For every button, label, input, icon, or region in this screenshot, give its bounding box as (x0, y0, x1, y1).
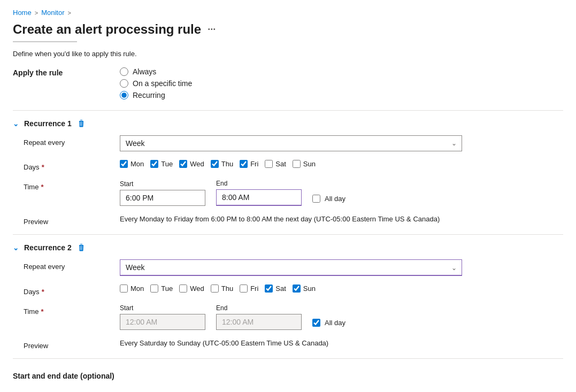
r1-start-input[interactable] (120, 190, 205, 206)
r2-end-field: End (216, 304, 302, 330)
r1-day-mon-label: Mon (130, 160, 144, 168)
r1-repeat-label: Repeat every (24, 135, 120, 147)
r2-day-mon-input[interactable] (120, 285, 128, 293)
r2-day-thu-input[interactable] (211, 285, 219, 293)
recurrence-2-delete[interactable] (77, 243, 86, 252)
r2-start-field: Start (120, 304, 205, 330)
r1-days-row: Days * Mon Tue Wed Thu (13, 160, 563, 171)
r1-preview-content: Every Monday to Friday from 6:00 PM to 8… (120, 214, 563, 223)
r2-day-sun[interactable]: Sun (293, 285, 316, 293)
page-title-ellipsis[interactable]: ··· (208, 24, 216, 35)
r1-day-sat-input[interactable] (265, 160, 273, 168)
r2-day-sun-input[interactable] (293, 285, 301, 293)
r2-day-tue[interactable]: Tue (150, 285, 173, 293)
r2-start-input[interactable] (120, 314, 205, 330)
radio-specific[interactable]: On a specific time (120, 79, 192, 88)
r2-day-sat[interactable]: Sat (265, 285, 286, 293)
r1-day-sun[interactable]: Sun (293, 160, 316, 168)
r2-days-content: Mon Tue Wed Thu Fri (120, 285, 563, 293)
r2-time-content: Start End All day (120, 304, 563, 330)
r1-allday[interactable]: All day (312, 195, 345, 206)
recurrence-2-chevron[interactable]: ⌄ (13, 244, 19, 252)
r1-day-fri-input[interactable] (240, 160, 248, 168)
r1-time-required: * (41, 183, 43, 191)
r1-day-tue[interactable]: Tue (150, 160, 173, 168)
r1-day-thu-input[interactable] (211, 160, 219, 168)
r1-day-thu[interactable]: Thu (211, 160, 233, 168)
r1-repeat-select[interactable]: Day Week Month (120, 135, 462, 151)
radio-specific-input[interactable] (120, 79, 128, 88)
recurrence-1-chevron[interactable]: ⌄ (13, 120, 19, 128)
page-title: Create an alert processing rule ··· (13, 22, 563, 37)
r2-days-label: Days * (24, 285, 120, 296)
r1-days-content: Mon Tue Wed Thu Fri (120, 160, 563, 168)
r2-day-tue-label: Tue (161, 285, 173, 293)
r1-start-field: Start (120, 180, 205, 206)
r2-repeat-content: Day Week Month ⌄ (120, 259, 563, 276)
r2-day-mon[interactable]: Mon (120, 285, 144, 293)
r1-day-wed[interactable]: Wed (179, 160, 204, 168)
r2-repeat-row: Repeat every Day Week Month ⌄ (13, 259, 563, 276)
r1-day-thu-label: Thu (221, 160, 233, 168)
r2-repeat-select[interactable]: Day Week Month (120, 259, 462, 276)
r2-time-row: Time * Start End All day (13, 304, 563, 330)
r1-day-sun-input[interactable] (293, 160, 301, 168)
r2-day-thu[interactable]: Thu (211, 285, 233, 293)
recurrence-1-delete[interactable] (77, 119, 86, 128)
r2-start-label: Start (120, 304, 205, 312)
r2-days-required: * (42, 288, 44, 296)
r2-day-fri[interactable]: Fri (240, 285, 258, 293)
radio-always[interactable]: Always (120, 67, 192, 76)
recurrence-2-header: ⌄ Recurrence 2 (13, 243, 563, 252)
r2-day-sat-input[interactable] (265, 285, 273, 293)
r2-day-wed[interactable]: Wed (179, 285, 204, 293)
r2-day-fri-input[interactable] (240, 285, 248, 293)
breadcrumb-sep2: > (67, 10, 71, 16)
page-title-text: Create an alert processing rule (13, 22, 201, 37)
r2-day-thu-label: Thu (221, 285, 233, 293)
r2-day-tue-input[interactable] (150, 285, 158, 293)
divider-1 (13, 110, 563, 111)
r1-end-field: End (216, 180, 302, 206)
r2-preview-label: Preview (24, 339, 120, 350)
apply-rule-label: Apply the rule (13, 67, 120, 99)
r1-day-wed-input[interactable] (179, 160, 187, 168)
r1-end-input[interactable] (216, 189, 302, 206)
r1-day-sat[interactable]: Sat (265, 160, 286, 168)
r2-days-checkboxes: Mon Tue Wed Thu Fri (120, 285, 563, 293)
r2-allday[interactable]: All day (312, 319, 345, 330)
r2-time-required: * (41, 308, 43, 316)
r1-day-mon-input[interactable] (120, 160, 128, 168)
radio-always-input[interactable] (120, 67, 128, 76)
r2-day-sat-label: Sat (275, 285, 286, 293)
r1-preview-label: Preview (24, 214, 120, 226)
r1-day-tue-input[interactable] (150, 160, 158, 168)
breadcrumb-monitor[interactable]: Monitor (41, 9, 64, 17)
r2-day-wed-input[interactable] (179, 285, 187, 293)
r1-days-label: Days * (24, 160, 120, 171)
breadcrumb-home[interactable]: Home (13, 9, 32, 17)
radio-recurring[interactable]: Recurring (120, 91, 192, 99)
r1-day-fri-label: Fri (250, 160, 258, 168)
r1-end-label: End (216, 180, 302, 187)
r1-repeat-select-wrapper: Day Week Month ⌄ (120, 135, 462, 151)
r2-end-input[interactable] (216, 314, 302, 330)
r1-allday-input[interactable] (312, 195, 320, 203)
r2-repeat-select-wrapper: Day Week Month ⌄ (120, 259, 462, 276)
apply-rule-section: Apply the rule Always On a specific time… (13, 67, 563, 99)
radio-recurring-input[interactable] (120, 91, 128, 99)
r2-preview-row: Preview Every Saturday to Sunday (UTC-05… (13, 339, 563, 350)
r1-day-mon[interactable]: Mon (120, 160, 144, 168)
page-description: Define when you'd like to apply this rul… (13, 50, 563, 58)
r2-day-mon-label: Mon (130, 285, 144, 293)
r1-day-wed-label: Wed (190, 160, 204, 168)
r2-time-row-inner: Start End All day (120, 304, 563, 330)
breadcrumb: Home > Monitor > (13, 9, 563, 17)
r2-allday-input[interactable] (312, 319, 320, 327)
r1-days-checkboxes: Mon Tue Wed Thu Fri (120, 160, 563, 168)
start-end-section: Start and end date (optional) (13, 372, 563, 380)
r1-time-content: Start End All day (120, 180, 563, 206)
r1-time-row-inner: Start End All day (120, 180, 563, 206)
r1-day-fri[interactable]: Fri (240, 160, 258, 168)
r2-preview-text: Every Saturday to Sunday (UTC-05:00 East… (120, 337, 328, 347)
